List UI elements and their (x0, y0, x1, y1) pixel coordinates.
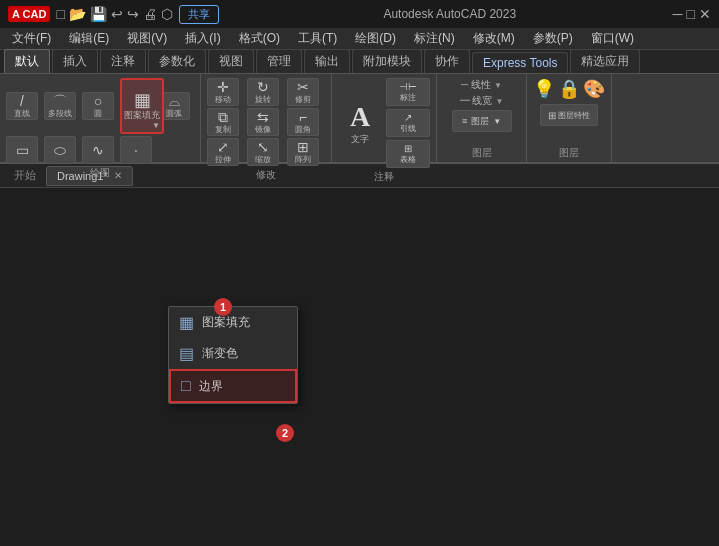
scale-icon: ⤡ (257, 140, 269, 154)
scale-button[interactable]: ⤡ 缩放 (247, 138, 279, 166)
trim-icon: ✂ (297, 80, 309, 94)
layer-props-button[interactable]: ⊞ 图层特性 (540, 104, 598, 126)
share-icon[interactable]: ⬡ (161, 6, 173, 22)
layers-group-label: 图层 (472, 144, 492, 160)
lock-icon[interactable]: 🔒 (558, 78, 580, 100)
ribbon-panel: / 直线 ⌒ 多段线 ○ 圆 ▦ 图案填充 ▼ ⌓ (0, 74, 719, 164)
menu-params[interactable]: 参数(P) (525, 28, 581, 49)
plot-icon[interactable]: 🖨 (143, 6, 157, 22)
hatch-pattern-icon: ▦ (179, 313, 194, 332)
text-button[interactable]: A 文字 (338, 95, 382, 151)
menu-edit[interactable]: 编辑(E) (61, 28, 117, 49)
stretch-label: 拉伸 (215, 154, 231, 165)
stretch-button[interactable]: ⤢ 拉伸 (207, 138, 239, 166)
rotate-button[interactable]: ↻ 旋转 (247, 78, 279, 106)
layer-label: 图层 (471, 115, 489, 128)
tab-default[interactable]: 默认 (4, 49, 50, 73)
props-group-label: 图层 (559, 144, 579, 160)
menu-draw[interactable]: 绘图(D) (347, 28, 404, 49)
mirror-button[interactable]: ⇆ 镜像 (247, 108, 279, 136)
props-tools: 💡 🔒 🎨 ⊞ 图层特性 (533, 78, 605, 144)
tab-collab[interactable]: 协作 (424, 49, 470, 73)
cad-logo: A CAD (8, 6, 50, 22)
modify-group: ✛ 移动 ↻ 旋转 ✂ 修剪 ⧉ 复制 ⇆ 镜像 (201, 74, 332, 162)
point-icon: · (134, 143, 138, 157)
move-button[interactable]: ✛ 移动 (207, 78, 239, 106)
tab-annotation[interactable]: 注释 (100, 49, 146, 73)
tab-parametric[interactable]: 参数化 (148, 49, 206, 73)
array-button[interactable]: ⊞ 阵列 (287, 138, 319, 166)
menu-window[interactable]: 窗口(W) (583, 28, 642, 49)
menu-file[interactable]: 文件(F) (4, 28, 59, 49)
point-button[interactable]: · (120, 136, 152, 164)
new-icon[interactable]: □ (56, 6, 64, 22)
share-button[interactable]: 共享 (179, 5, 219, 24)
mirror-label: 镜像 (255, 124, 271, 135)
hatch-button[interactable]: ▦ 图案填充 ▼ (120, 78, 164, 134)
hatch-icon: ▦ (134, 91, 151, 109)
layer-dropdown[interactable]: ▼ (493, 117, 501, 126)
menu-format[interactable]: 格式(O) (231, 28, 288, 49)
copy-button[interactable]: ⧉ 复制 (207, 108, 239, 136)
tab-addons[interactable]: 附加模块 (352, 49, 422, 73)
leader-button[interactable]: ↗ 引线 (386, 109, 430, 137)
tab-output[interactable]: 输出 (304, 49, 350, 73)
polyline-button[interactable]: ⌒ 多段线 (44, 92, 76, 120)
spline-button[interactable]: ∿ (82, 136, 114, 164)
array-icon: ⊞ (297, 140, 309, 154)
redo-icon[interactable]: ↪ (127, 6, 139, 22)
maximize-icon[interactable]: □ (687, 6, 695, 22)
menu-dimension[interactable]: 标注(N) (406, 28, 463, 49)
dimension-icon: ⊣⊢ (399, 81, 417, 92)
fillet-button[interactable]: ⌐ 圆角 (287, 108, 319, 136)
tab-insert[interactable]: 插入 (52, 49, 98, 73)
tab-featured[interactable]: 精选应用 (570, 49, 640, 73)
layer-props-label: 图层特性 (558, 110, 590, 121)
tab-view[interactable]: 视图 (208, 49, 254, 73)
dimension-label: 标注 (400, 92, 416, 103)
layer-row2: ━ 线宽 ▼ (460, 94, 504, 108)
annotation-tools: A 文字 ⊣⊢ 标注 ↗ 引线 ⊞ 表格 (338, 78, 430, 168)
circle-label: 圆 (94, 108, 102, 119)
ellipse-button[interactable]: ⬭ (44, 136, 76, 164)
menu-tools[interactable]: 工具(T) (290, 28, 345, 49)
tab-express-tools[interactable]: Express Tools (472, 52, 568, 73)
badge-2: 2 (276, 424, 294, 442)
menu-modify[interactable]: 修改(M) (465, 28, 523, 49)
menu-view[interactable]: 视图(V) (119, 28, 175, 49)
open-icon[interactable]: 📂 (69, 6, 86, 22)
copy-label: 复制 (215, 124, 231, 135)
boundary-item[interactable]: □ 边界 (169, 369, 297, 403)
menu-bar: 文件(F) 编辑(E) 视图(V) 插入(I) 格式(O) 工具(T) 绘图(D… (0, 28, 719, 50)
trim-button[interactable]: ✂ 修剪 (287, 78, 319, 106)
circle-button[interactable]: ○ 圆 (82, 92, 114, 120)
stretch-icon: ⤢ (217, 140, 229, 154)
scale-label: 缩放 (255, 154, 271, 165)
bulb-icon[interactable]: 💡 (533, 78, 555, 100)
undo-icon[interactable]: ↩ (111, 6, 123, 22)
dimension-button[interactable]: ⊣⊢ 标注 (386, 78, 430, 106)
line-button[interactable]: / 直线 (6, 92, 38, 120)
line-weight-dropdown[interactable]: ▼ (495, 97, 503, 106)
hatch-dropdown-arrow[interactable]: ▼ (152, 121, 160, 130)
save-icon[interactable]: 💾 (90, 6, 107, 22)
layer-manager-button[interactable]: ≡ 图层 ▼ (452, 110, 512, 132)
gradient-item[interactable]: ▤ 渐变色 (169, 338, 297, 369)
quick-access-toolbar: □ 📂 💾 ↩ ↪ 🖨 ⬡ (56, 6, 172, 22)
rect-button[interactable]: ▭ (6, 136, 38, 164)
text-label: 文字 (351, 133, 369, 146)
tab-manage[interactable]: 管理 (256, 49, 302, 73)
minimize-icon[interactable]: ─ (673, 6, 683, 22)
annotation-group: A 文字 ⊣⊢ 标注 ↗ 引线 ⊞ 表格 (332, 74, 437, 162)
drawing-tab-close[interactable]: ✕ (114, 170, 122, 181)
hatch-pattern-item[interactable]: ▦ 图案填充 (169, 307, 297, 338)
table-icon: ⊞ (404, 143, 412, 154)
props-icons: 💡 🔒 🎨 (533, 78, 605, 100)
menu-insert[interactable]: 插入(I) (177, 28, 228, 49)
table-button[interactable]: ⊞ 表格 (386, 140, 430, 168)
start-tab[interactable]: 开始 (4, 165, 46, 186)
polyline-label: 多段线 (48, 108, 72, 119)
line-style-dropdown[interactable]: ▼ (494, 81, 502, 90)
color-icon[interactable]: 🎨 (583, 78, 605, 100)
close-icon[interactable]: ✕ (699, 6, 711, 22)
